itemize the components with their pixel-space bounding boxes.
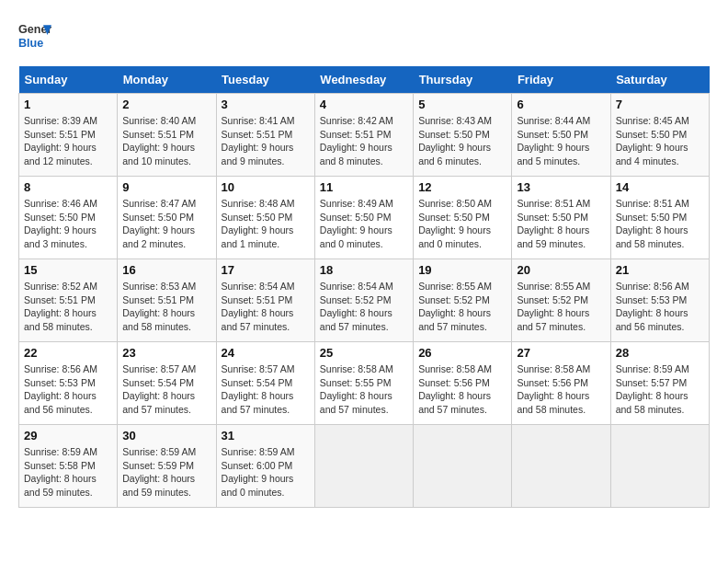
calendar-day-19: 19Sunrise: 8:55 AM Sunset: 5:52 PM Dayli… [414,259,512,342]
weekday-header-monday: Monday [118,66,216,94]
calendar-day-26: 26Sunrise: 8:58 AM Sunset: 5:56 PM Dayli… [414,342,512,425]
logo: General Blue [18,18,51,52]
calendar-day-5: 5Sunrise: 8:43 AM Sunset: 5:50 PM Daylig… [414,94,512,177]
calendar-day-24: 24Sunrise: 8:57 AM Sunset: 5:54 PM Dayli… [216,342,314,425]
calendar-day-11: 11Sunrise: 8:49 AM Sunset: 5:50 PM Dayli… [314,177,413,259]
weekday-header-sunday: Sunday [19,66,118,94]
calendar-empty-cell [414,425,512,508]
weekday-header-saturday: Saturday [610,66,709,94]
calendar-day-18: 18Sunrise: 8:54 AM Sunset: 5:52 PM Dayli… [314,259,413,342]
calendar-day-2: 2Sunrise: 8:40 AM Sunset: 5:51 PM Daylig… [118,94,216,177]
calendar-day-17: 17Sunrise: 8:54 AM Sunset: 5:51 PM Dayli… [216,259,314,342]
calendar-day-15: 15Sunrise: 8:52 AM Sunset: 5:51 PM Dayli… [19,259,118,342]
calendar-empty-cell [610,425,709,508]
weekday-header-friday: Friday [512,66,610,94]
calendar-day-1: 1Sunrise: 8:39 AM Sunset: 5:51 PM Daylig… [19,94,118,177]
calendar-day-29: 29Sunrise: 8:59 AM Sunset: 5:58 PM Dayli… [19,425,118,508]
calendar-day-4: 4Sunrise: 8:42 AM Sunset: 5:51 PM Daylig… [314,94,413,177]
calendar-day-8: 8Sunrise: 8:46 AM Sunset: 5:50 PM Daylig… [19,177,118,259]
svg-text:Blue: Blue [18,37,43,50]
calendar-day-14: 14Sunrise: 8:51 AM Sunset: 5:50 PM Dayli… [610,177,709,259]
calendar-day-31: 31Sunrise: 8:59 AM Sunset: 6:00 PM Dayli… [216,425,314,508]
calendar-day-28: 28Sunrise: 8:59 AM Sunset: 5:57 PM Dayli… [610,342,709,425]
calendar-day-9: 9Sunrise: 8:47 AM Sunset: 5:50 PM Daylig… [118,177,216,259]
calendar-day-23: 23Sunrise: 8:57 AM Sunset: 5:54 PM Dayli… [118,342,216,425]
calendar-day-13: 13Sunrise: 8:51 AM Sunset: 5:50 PM Dayli… [512,177,610,259]
calendar-day-3: 3Sunrise: 8:41 AM Sunset: 5:51 PM Daylig… [216,94,314,177]
calendar-day-30: 30Sunrise: 8:59 AM Sunset: 5:59 PM Dayli… [118,425,216,508]
calendar-week-4: 22Sunrise: 8:56 AM Sunset: 5:53 PM Dayli… [19,342,710,425]
calendar-day-20: 20Sunrise: 8:55 AM Sunset: 5:52 PM Dayli… [512,259,610,342]
weekday-header-wednesday: Wednesday [314,66,413,94]
calendar-day-16: 16Sunrise: 8:53 AM Sunset: 5:51 PM Dayli… [118,259,216,342]
calendar-day-6: 6Sunrise: 8:44 AM Sunset: 5:50 PM Daylig… [512,94,610,177]
calendar-table: SundayMondayTuesdayWednesdayThursdayFrid… [18,66,710,508]
page-header: General Blue [18,18,710,52]
calendar-day-7: 7Sunrise: 8:45 AM Sunset: 5:50 PM Daylig… [610,94,709,177]
calendar-day-21: 21Sunrise: 8:56 AM Sunset: 5:53 PM Dayli… [610,259,709,342]
calendar-day-25: 25Sunrise: 8:58 AM Sunset: 5:55 PM Dayli… [314,342,413,425]
logo-icon: General Blue [18,18,51,52]
calendar-week-3: 15Sunrise: 8:52 AM Sunset: 5:51 PM Dayli… [19,259,710,342]
calendar-day-27: 27Sunrise: 8:58 AM Sunset: 5:56 PM Dayli… [512,342,610,425]
calendar-week-5: 29Sunrise: 8:59 AM Sunset: 5:58 PM Dayli… [19,425,710,508]
weekday-header-tuesday: Tuesday [216,66,314,94]
calendar-day-10: 10Sunrise: 8:48 AM Sunset: 5:50 PM Dayli… [216,177,314,259]
calendar-week-2: 8Sunrise: 8:46 AM Sunset: 5:50 PM Daylig… [19,177,710,259]
calendar-day-22: 22Sunrise: 8:56 AM Sunset: 5:53 PM Dayli… [19,342,118,425]
calendar-day-12: 12Sunrise: 8:50 AM Sunset: 5:50 PM Dayli… [414,177,512,259]
calendar-week-1: 1Sunrise: 8:39 AM Sunset: 5:51 PM Daylig… [19,94,710,177]
calendar-empty-cell [314,425,413,508]
calendar-empty-cell [512,425,610,508]
calendar-header-row: SundayMondayTuesdayWednesdayThursdayFrid… [19,66,710,94]
weekday-header-thursday: Thursday [414,66,512,94]
